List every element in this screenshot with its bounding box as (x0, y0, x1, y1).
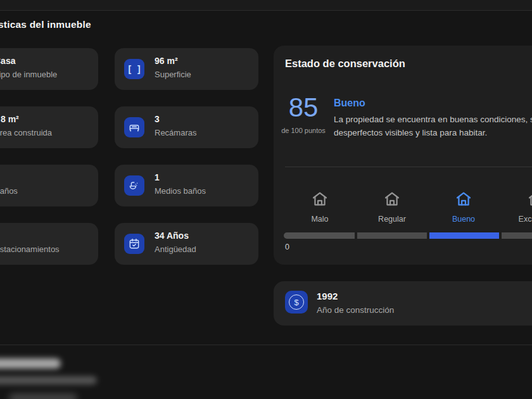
scale-bar-segment (284, 232, 355, 239)
scale-bar-segment (502, 232, 532, 239)
calendar-check-icon (124, 234, 144, 254)
feature-value: Casa (0, 56, 15, 66)
feature-label: Área construida (0, 128, 52, 137)
scale-level-malo: Malo (282, 190, 358, 224)
feature-card-property-type: Casa Tipo de inmueble (0, 48, 98, 90)
panel-title: Estado de conservación (285, 58, 405, 70)
scale-bar-segment (357, 232, 427, 239)
section-divider (0, 345, 532, 345)
house-icon (311, 190, 329, 208)
scale-level-regular: Regular (354, 190, 430, 224)
feature-label: Recámaras (155, 128, 196, 137)
scale-level-bueno-active: Bueno (426, 190, 502, 224)
description-line: desperfectos visibles y lista para habit… (334, 126, 532, 139)
conservation-panel: Estado de conservación 85 de 100 puntos … (274, 46, 532, 265)
panel-divider (285, 167, 532, 167)
feature-label: Superficie (155, 70, 191, 79)
conservation-description: La propiedad se encuentra en buenas cond… (334, 113, 532, 139)
construction-year-card: $ 1992 Año de construcción (274, 281, 532, 326)
house-icon (455, 190, 472, 208)
page-title: Características del inmueble (0, 19, 91, 30)
conservation-status: Bueno (334, 98, 365, 109)
feature-value: 34 Años (155, 231, 189, 241)
scale-label: Malo (282, 215, 358, 224)
feature-card-parking: Estacionamientos (0, 223, 98, 265)
description-line: La propiedad se encuentra en buenas cond… (334, 113, 532, 126)
feature-label: Antigüedad (155, 244, 196, 254)
feature-value: 8 m² (1, 114, 19, 124)
feature-value: 3 (155, 114, 160, 124)
scale-label: Bueno (426, 215, 502, 224)
feature-card-bathrooms: Baños (0, 165, 98, 206)
half-bath-icon (124, 175, 144, 196)
feature-value: 1 (155, 172, 160, 182)
feature-label: Baños (0, 186, 18, 196)
feature-card-half-bath: 1 Medios baños (115, 165, 258, 206)
property-features-screen: Características del inmueble Casa Tipo d… (0, 0, 532, 399)
feature-card-age: 34 Años Antigüedad (115, 223, 258, 265)
construction-year-value: 1992 (317, 291, 338, 301)
scale-level-excelente: Excelente (498, 190, 532, 224)
construction-year-label: Año de construcción (317, 305, 394, 315)
redacted-text-line (0, 358, 61, 369)
feature-card-surface: [ ] 96 m² Superficie (115, 48, 258, 90)
scale-bar-segment-active (429, 232, 499, 239)
house-icon (383, 190, 401, 208)
redacted-text-line (9, 394, 77, 399)
house-icon (527, 190, 532, 208)
scale-label: Excelente (498, 215, 532, 224)
feature-card-bedrooms: 3 Recámaras (115, 106, 258, 148)
feature-card-built-area: 8 m² Área construida (0, 106, 98, 148)
dollar-icon: $ (285, 291, 308, 314)
feature-label: Medios baños (155, 186, 206, 196)
feature-label: Tipo de inmueble (0, 70, 57, 79)
scale-label: Regular (354, 215, 430, 224)
feature-value: 96 m² (155, 56, 178, 66)
conservation-score: 85 (281, 92, 326, 123)
scale-min-label: 0 (285, 243, 289, 251)
feature-label: Estacionamientos (0, 244, 60, 254)
top-strip (0, 0, 532, 10)
conservation-score-caption: de 100 puntos (277, 127, 329, 134)
area-brackets-icon: [ ] (124, 59, 144, 79)
top-divider (0, 10, 532, 11)
redacted-text-line (0, 376, 97, 384)
bed-icon (124, 117, 144, 137)
